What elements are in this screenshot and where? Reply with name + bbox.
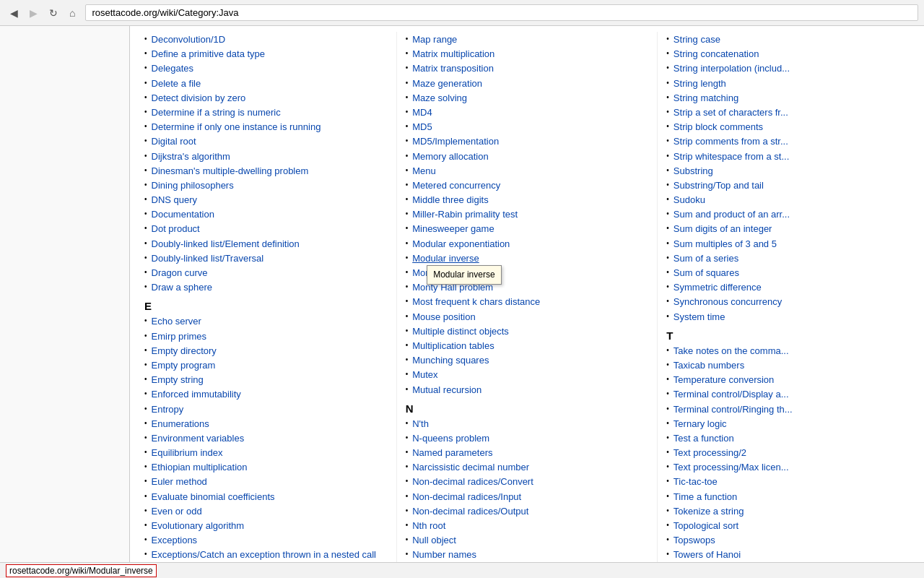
back-button[interactable]: ◀ (6, 6, 22, 20)
wiki-link[interactable]: Exceptions (152, 534, 198, 547)
wiki-link[interactable]: Narcissistic decimal number (412, 461, 529, 474)
wiki-link[interactable]: Non-decimal radices/Input (412, 491, 521, 504)
wiki-link[interactable]: N-queens problem (412, 432, 489, 445)
wiki-link[interactable]: Doubly-linked list/Traversal (152, 252, 264, 265)
wiki-link[interactable]: Tokenize a string (674, 505, 744, 518)
symmetric-difference-link[interactable]: Symmetric difference (674, 281, 762, 294)
wiki-link[interactable]: Euler method (152, 475, 207, 488)
address-bar[interactable] (85, 4, 918, 21)
wiki-link[interactable]: DNS query (152, 194, 198, 207)
wiki-link[interactable]: String interpolation (includ... (674, 62, 790, 75)
sum-of-series-link[interactable]: Sum of a series (674, 252, 738, 265)
sum-of-squares-link[interactable]: Sum of squares (674, 267, 739, 280)
wiki-link[interactable]: String length (674, 77, 726, 90)
wiki-link[interactable]: Digital root (152, 135, 196, 148)
wiki-link[interactable]: Towers of Hanoi (674, 548, 741, 561)
wiki-link[interactable]: Exceptions/Catch an exception thrown in … (152, 548, 376, 561)
wiki-link[interactable]: Enforced immutability (152, 388, 241, 401)
wiki-link[interactable]: Test a function (674, 432, 734, 445)
wiki-link[interactable]: Modular exponentiation (412, 238, 510, 251)
wiki-link[interactable]: Tic-tac-toe (674, 475, 718, 488)
wiki-link[interactable]: Ethiopian multiplication (152, 461, 248, 474)
wiki-link[interactable]: Ternary logic (674, 418, 727, 431)
wiki-link[interactable]: Dining philosophers (152, 179, 234, 192)
wiki-link[interactable]: Evaluate binomial coefficients (152, 491, 275, 504)
wiki-link[interactable]: Middle three digits (412, 194, 489, 207)
wiki-link[interactable]: Memory allocation (412, 150, 489, 163)
time-function-link[interactable]: Time a function (674, 491, 737, 504)
wiki-link[interactable]: Map range (412, 33, 457, 46)
wiki-link[interactable]: Mutex (412, 368, 437, 381)
wiki-link[interactable]: Null object (412, 534, 456, 547)
wiki-link[interactable]: Maze generation (412, 77, 482, 90)
wiki-link[interactable]: Take notes on the comma... (674, 345, 789, 358)
wiki-link[interactable]: Delete a file (152, 77, 201, 90)
wiki-link[interactable]: Munching squares (412, 354, 489, 367)
wiki-link[interactable]: Mouse position (412, 311, 475, 324)
wiki-link[interactable]: Text processing/2 (674, 447, 746, 460)
wiki-link[interactable]: Substring/Top and tail (674, 179, 764, 192)
wiki-link[interactable]: Strip comments from a str... (674, 135, 788, 148)
wiki-link[interactable]: Dragon curve (152, 267, 208, 280)
reload-button[interactable]: ↻ (45, 6, 62, 20)
modular-inverse-link[interactable]: Modular inverse (412, 253, 479, 264)
wiki-link[interactable]: Named parameters (412, 447, 492, 460)
wiki-link[interactable]: Matrix multiplication (412, 48, 494, 61)
wiki-link[interactable]: String concatenation (674, 48, 759, 61)
wiki-link[interactable]: Strip whitespace from a st... (674, 150, 789, 163)
wiki-link[interactable]: Terminal control/Ringing th... (674, 403, 793, 416)
wiki-link[interactable]: Nth root (412, 519, 445, 532)
wiki-link[interactable]: Most frequent k chars distance (412, 296, 540, 309)
wiki-link[interactable]: Synchronous concurrency (674, 296, 782, 309)
wiki-link[interactable]: Sum and product of an arr... (674, 208, 790, 221)
wiki-link[interactable]: Evolutionary algorithm (152, 519, 245, 532)
wiki-link[interactable]: Detect division by zero (152, 92, 246, 105)
wiki-link[interactable]: Define a primitive data type (152, 48, 266, 61)
wiki-link[interactable]: Echo server (152, 315, 201, 328)
wiki-link[interactable]: Dijkstra's algorithm (152, 150, 230, 163)
wiki-link[interactable]: Number names (412, 548, 476, 561)
wiki-link[interactable]: Determine if a string is numeric (152, 106, 281, 119)
wiki-link[interactable]: Multiple distinct objects (412, 325, 509, 338)
wiki-link[interactable]: Delegates (152, 62, 194, 75)
wiki-link[interactable]: Non-decimal radices/Output (412, 505, 528, 518)
draw-a-sphere-link[interactable]: Draw a sphere (152, 281, 213, 294)
wiki-link[interactable]: Menu (412, 165, 436, 178)
wiki-link[interactable]: N'th (412, 418, 429, 431)
wiki-link[interactable]: Enumerations (152, 418, 209, 431)
wiki-link[interactable]: Deconvolution/1D (152, 33, 226, 46)
wiki-link[interactable]: Topswops (674, 534, 715, 547)
wiki-link[interactable]: Empty string (152, 374, 204, 387)
wiki-link[interactable]: Determine if only one instance is runnin… (152, 121, 321, 134)
wiki-link[interactable]: Empty program (152, 359, 216, 372)
wiki-link[interactable]: Doubly-linked list/Element definition (152, 238, 300, 251)
wiki-link[interactable]: Strip block comments (674, 121, 763, 134)
wiki-link[interactable]: Documentation (152, 208, 214, 221)
wiki-link[interactable]: Even or odd (152, 505, 202, 518)
wiki-link[interactable]: Maze solving (412, 92, 467, 105)
wiki-link[interactable]: System time (674, 311, 725, 324)
wiki-link[interactable]: Taxicab numbers (674, 359, 744, 372)
wiki-link[interactable]: Equilibrium index (152, 447, 223, 460)
wiki-link[interactable]: Non-decimal radices/Convert (412, 475, 533, 488)
wiki-link[interactable]: Environment variables (152, 432, 245, 445)
wiki-link[interactable]: Temperature conversion (674, 374, 774, 387)
wiki-link[interactable]: Mutual recursion (412, 384, 481, 397)
wiki-link[interactable]: Entropy (152, 403, 184, 416)
wiki-link[interactable]: Sum multiples of 3 and 5 (674, 238, 777, 251)
wiki-link[interactable]: Metered concurrency (412, 179, 500, 192)
wiki-link[interactable]: Emirp primes (152, 330, 207, 343)
wiki-link[interactable]: Terminal control/Display a... (674, 388, 789, 401)
wiki-link[interactable]: Substring (674, 165, 713, 178)
empty-directory-link[interactable]: Empty directory (152, 345, 217, 358)
wiki-link[interactable]: Dot product (152, 223, 200, 236)
wiki-link[interactable]: MD4 (412, 106, 432, 119)
wiki-link[interactable]: Minesweeper game (412, 223, 494, 236)
wiki-link[interactable]: MD5/Implementation (412, 135, 499, 148)
forward-button[interactable]: ▶ (25, 6, 42, 20)
wiki-link[interactable]: Text processing/Max licen... (674, 461, 789, 474)
wiki-link[interactable]: Dinesman's multiple-dwelling problem (152, 165, 309, 178)
wiki-link[interactable]: Sum digits of an integer (674, 223, 772, 236)
wiki-link[interactable]: Matrix transposition (412, 62, 494, 75)
wiki-link[interactable]: String case (674, 33, 720, 46)
